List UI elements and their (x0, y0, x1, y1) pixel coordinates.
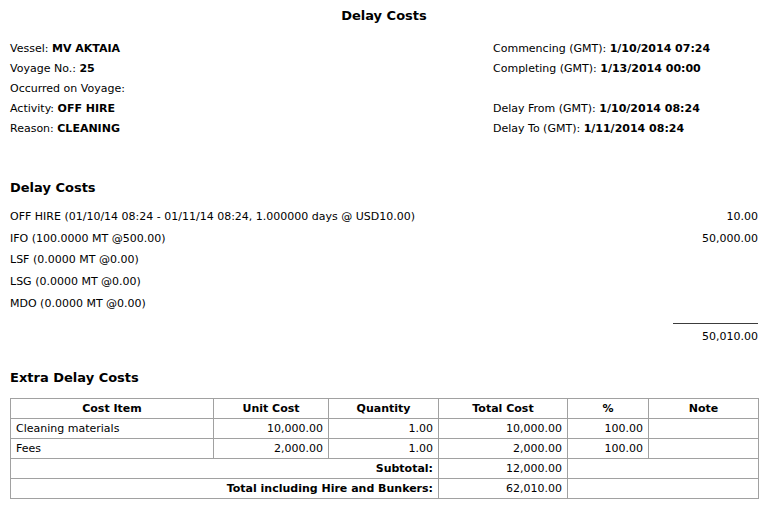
header-info-right: Commencing (GMT): 1/10/2014 07:24 Comple… (493, 39, 758, 139)
cost-line-ifo: IFO (100.0000 MT @500.00) 50,000.00 (10, 228, 758, 250)
cost-line-description: OFF HIRE (01/10/14 08:24 - 01/11/14 08:2… (10, 206, 415, 228)
header-total-cost: Total Cost (439, 399, 568, 419)
cell-note (649, 419, 759, 439)
table-row: Fees 2,000.00 1.00 2,000.00 100.00 (11, 439, 759, 459)
delay-costs-heading: Delay Costs (10, 180, 758, 195)
grand-total-label: Total including Hire and Bunkers: (11, 479, 439, 499)
commencing-value: 1/10/2014 07:24 (610, 42, 710, 55)
reason-row: Reason: CLEANING (10, 119, 493, 139)
delay-costs-total: 50,010.00 (10, 330, 758, 343)
cell-total-cost: 2,000.00 (439, 439, 568, 459)
table-row: Cleaning materials 10,000.00 1.00 10,000… (11, 419, 759, 439)
subtotal-label: Subtotal: (11, 459, 439, 479)
extra-delay-costs-table: Cost Item Unit Cost Quantity Total Cost … (10, 398, 759, 499)
header-quantity: Quantity (329, 399, 439, 419)
cell-percent: 100.00 (568, 419, 649, 439)
delay-from-value: 1/10/2014 08:24 (599, 102, 699, 115)
voyage-no-label: Voyage No.: (10, 62, 76, 75)
cost-line-lsg: LSG (0.0000 MT @0.00) (10, 271, 758, 293)
total-separator-line (673, 323, 758, 324)
cell-unit-cost: 2,000.00 (214, 439, 329, 459)
header-note: Note (649, 399, 759, 419)
header-cost-item: Cost Item (11, 399, 214, 419)
vessel-label: Vessel: (10, 42, 48, 55)
subtotal-row: Subtotal: 12,000.00 (11, 459, 759, 479)
header-info: Vessel: MV AKTAIA Voyage No.: 25 Occurre… (10, 39, 758, 139)
cell-note (649, 439, 759, 459)
cell-percent: 100.00 (568, 439, 649, 459)
cell-unit-cost: 10,000.00 (214, 419, 329, 439)
vessel-row: Vessel: MV AKTAIA (10, 39, 493, 59)
cell-cost-item: Cleaning materials (11, 419, 214, 439)
delay-to-row: Delay To (GMT): 1/11/2014 08:24 (493, 119, 758, 139)
reason-label: Reason: (10, 122, 54, 135)
cost-line-description: IFO (100.0000 MT @500.00) (10, 228, 166, 250)
header-info-left: Vessel: MV AKTAIA Voyage No.: 25 Occurre… (10, 39, 493, 139)
cell-cost-item: Fees (11, 439, 214, 459)
vessel-value: MV AKTAIA (52, 42, 120, 55)
table-header-row: Cost Item Unit Cost Quantity Total Cost … (11, 399, 759, 419)
occurred-on-voyage-row: Occurred on Voyage: (10, 79, 493, 99)
cost-line-description: MDO (0.0000 MT @0.00) (10, 293, 146, 315)
subtotal-value: 12,000.00 (439, 459, 568, 479)
cost-line-description: LSG (0.0000 MT @0.00) (10, 271, 141, 293)
cell-quantity: 1.00 (329, 439, 439, 459)
grand-total-value: 62,010.00 (439, 479, 568, 499)
completing-row: Completing (GMT): 1/13/2014 00:00 (493, 59, 758, 79)
delay-from-label: Delay From (GMT): (493, 102, 596, 115)
delay-from-row: Delay From (GMT): 1/10/2014 08:24 (493, 99, 758, 119)
reason-value: CLEANING (57, 122, 120, 135)
cost-line-amount: 10.00 (727, 206, 759, 228)
header-unit-cost: Unit Cost (214, 399, 329, 419)
voyage-no-value: 25 (79, 62, 94, 75)
voyage-no-row: Voyage No.: 25 (10, 59, 493, 79)
grand-total-empty-cell (568, 479, 759, 499)
completing-label: Completing (GMT): (493, 62, 597, 75)
commencing-label: Commencing (GMT): (493, 42, 606, 55)
activity-row: Activity: OFF HIRE (10, 99, 493, 119)
cost-line-lsf: LSF (0.0000 MT @0.00) (10, 249, 758, 271)
delay-to-label: Delay To (GMT): (493, 122, 580, 135)
extra-delay-costs-heading: Extra Delay Costs (10, 370, 758, 385)
spacer-row (493, 79, 758, 99)
delay-cost-lines: OFF HIRE (01/10/14 08:24 - 01/11/14 08:2… (10, 206, 758, 314)
header-percent: % (568, 399, 649, 419)
cost-line-off-hire: OFF HIRE (01/10/14 08:24 - 01/11/14 08:2… (10, 206, 758, 228)
delay-costs-report: Delay Costs Vessel: MV AKTAIA Voyage No.… (0, 8, 768, 499)
cost-line-amount: 50,000.00 (702, 228, 758, 250)
subtotal-empty-cell (568, 459, 759, 479)
delay-to-value: 1/11/2014 08:24 (584, 122, 684, 135)
cost-line-mdo: MDO (0.0000 MT @0.00) (10, 293, 758, 315)
commencing-row: Commencing (GMT): 1/10/2014 07:24 (493, 39, 758, 59)
cost-line-description: LSF (0.0000 MT @0.00) (10, 249, 139, 271)
activity-value: OFF HIRE (58, 102, 116, 115)
page-title: Delay Costs (10, 8, 758, 23)
cell-quantity: 1.00 (329, 419, 439, 439)
activity-label: Activity: (10, 102, 54, 115)
grand-total-row: Total including Hire and Bunkers: 62,010… (11, 479, 759, 499)
cell-total-cost: 10,000.00 (439, 419, 568, 439)
completing-value: 1/13/2014 00:00 (600, 62, 700, 75)
occurred-on-voyage-label: Occurred on Voyage: (10, 82, 125, 95)
